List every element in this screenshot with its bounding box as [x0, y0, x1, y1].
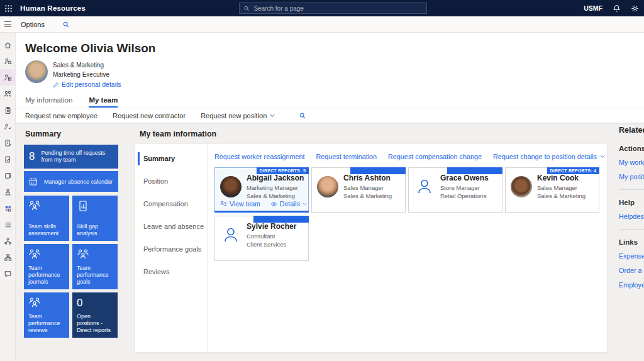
team-member-card-abigail-jackson[interactable]: DIRECT REPORTS: 5 Abigail Jackson Market… — [214, 167, 309, 213]
related-link-order-a-device[interactable]: Order a device — [619, 267, 644, 274]
request-new-employee-button[interactable]: Request new employee — [25, 112, 97, 119]
notifications-button[interactable] — [613, 4, 621, 13]
person-check-icon — [4, 123, 12, 131]
avatar — [511, 176, 532, 197]
tab-my-team[interactable]: My team — [89, 96, 118, 108]
team-icon — [28, 297, 41, 308]
rail-org-share-button[interactable] — [0, 233, 16, 249]
person-placeholder-icon — [415, 177, 434, 196]
chevron-down-icon — [303, 203, 307, 206]
tab-my-information[interactable]: My information — [25, 96, 72, 108]
nav-toggle-button[interactable] — [0, 16, 16, 33]
rail-team-button[interactable] — [0, 86, 16, 102]
company-selector[interactable]: USMF — [584, 4, 602, 12]
member-title: Sales Manager — [343, 184, 392, 191]
page-search-box[interactable] — [239, 3, 427, 14]
team-icon — [28, 200, 41, 211]
rail-copy-pages-button[interactable] — [0, 167, 16, 184]
list-icon — [4, 221, 12, 229]
person-page-icon — [4, 74, 12, 82]
rail-tasks-button[interactable] — [0, 102, 16, 118]
tile-pending-time-off[interactable]: 8 Pending time off requests from my team — [24, 145, 118, 169]
member-name: Chris Ashton — [343, 174, 392, 182]
related-link-employee[interactable]: Employee — [619, 281, 644, 289]
chart-doc-icon — [77, 200, 89, 213]
related-link-my-positions[interactable]: My positions — [619, 173, 644, 181]
rail-feedback-button[interactable] — [0, 265, 16, 282]
member-department: Sales & Marketing — [247, 192, 304, 199]
request-change-position-details-link[interactable]: Request change to position details — [493, 153, 605, 160]
tile-open-positions[interactable]: 0 Open positions - Direct reports — [72, 292, 118, 338]
related-link-my-workers[interactable]: My workers — [619, 158, 644, 166]
team-member-card-kevin-cook[interactable]: DIRECT REPORTS: 4 Kevin Cook Sales Manag… — [505, 167, 599, 213]
feedback-icon — [4, 270, 12, 278]
team-nav-performance-goals[interactable]: Performance goals — [135, 238, 207, 261]
tile-manager-absence-calendar[interactable]: Manager absence calendar — [24, 171, 118, 192]
request-worker-reassignment-link[interactable]: Request worker reassignment — [214, 153, 304, 160]
welcome-header: Welcome Olivia Wilson Sales & Marketing … — [16, 33, 644, 108]
rail-people-search-button[interactable] — [0, 53, 16, 69]
page-title: Welcome Olivia Wilson — [25, 42, 155, 55]
top-app-bar: Human Resources USMF — [0, 0, 644, 16]
rail-hierarchy-button[interactable] — [0, 249, 16, 265]
command-search-button[interactable] — [62, 21, 70, 28]
summary-heading: Summary — [25, 130, 61, 138]
request-new-position-button[interactable]: Request new position — [201, 112, 275, 119]
view-team-link[interactable]: View team — [220, 200, 260, 208]
team-nav-compensation[interactable]: Compensation — [135, 193, 207, 216]
rail-document-check-button[interactable] — [0, 151, 16, 167]
page-search-input[interactable] — [253, 5, 423, 12]
rail-person-workspace-button[interactable] — [0, 184, 16, 200]
team-member-card-grace-owens[interactable]: Grace Owens Store Manager Retail Operati… — [408, 167, 502, 213]
tile-skill-gap-analysis[interactable]: Skill gap analysis — [72, 196, 118, 241]
org-share-icon — [4, 237, 12, 245]
summary-tiles: 8 Pending time off requests from my team… — [24, 145, 118, 338]
team-cards-row-1: DIRECT REPORTS: 5 Abigail Jackson Market… — [214, 167, 607, 213]
member-title: Sales Manager — [537, 184, 586, 191]
app-launcher-button[interactable] — [0, 0, 16, 16]
related-link-helpdesk[interactable]: Helpdesk — [619, 213, 644, 220]
settings-button[interactable] — [631, 4, 639, 13]
tile-team-skills-assessment[interactable]: Team skills assessment — [24, 196, 69, 241]
tile-team-performance-journals[interactable]: Team performance journals — [24, 244, 69, 289]
request-compensation-change-link[interactable]: Request compensation change — [388, 153, 482, 160]
edit-personal-details-link[interactable]: Edit personal details — [53, 81, 121, 88]
request-termination-link[interactable]: Request termination — [316, 153, 377, 160]
action-search-button[interactable] — [299, 112, 306, 119]
chevron-down-icon — [600, 155, 605, 158]
rail-list-button[interactable] — [0, 216, 16, 233]
team-side-nav: Summary Position Compensation Leave and … — [135, 144, 208, 352]
action-bar: Request new employee Request new contrac… — [16, 108, 644, 123]
calendar-icon — [29, 177, 38, 186]
request-new-contractor-button[interactable]: Request new contractor — [113, 112, 186, 119]
team-nav-leave-and-absence[interactable]: Leave and absence — [135, 216, 207, 238]
rail-person-approvals-button[interactable] — [0, 118, 16, 135]
request-links-row: Request worker reassignment Request term… — [214, 153, 607, 160]
search-icon — [243, 5, 250, 12]
rail-home-button[interactable] — [0, 36, 16, 53]
rail-employee-self-service-button[interactable] — [0, 69, 16, 86]
team-nav-reviews[interactable]: Reviews — [135, 261, 207, 284]
avatar — [317, 176, 338, 197]
member-department: Sales & Marketing — [537, 192, 586, 199]
options-menu[interactable]: Options — [21, 21, 45, 28]
tile-team-performance-goals[interactable]: Team performance goals — [72, 244, 118, 289]
team-nav-position[interactable]: Position — [135, 170, 207, 193]
team-icon — [77, 248, 89, 260]
copy-stack-icon — [4, 172, 12, 180]
rail-document-edit-button[interactable] — [0, 135, 16, 151]
team-member-card-sylvie-rocher[interactable]: Sylvie Rocher Consultant Client Services — [214, 216, 309, 261]
navigation-rail — [0, 33, 16, 361]
avatar — [220, 176, 242, 197]
rail-apps-button[interactable] — [0, 200, 16, 216]
member-title: Consultant — [247, 233, 296, 240]
tile-count: 0 — [77, 297, 113, 309]
eye-icon — [270, 201, 277, 207]
home-icon — [4, 41, 12, 49]
details-dropdown[interactable]: Details — [270, 200, 307, 208]
team-nav-summary[interactable]: Summary — [135, 148, 207, 170]
tile-team-performance-reviews[interactable]: Team performance reviews — [24, 292, 69, 338]
gear-icon — [631, 4, 639, 13]
related-link-expenses[interactable]: Expenses — [619, 252, 644, 260]
team-member-card-chris-ashton[interactable]: Chris Ashton Sales Manager Sales & Marke… — [311, 167, 406, 213]
